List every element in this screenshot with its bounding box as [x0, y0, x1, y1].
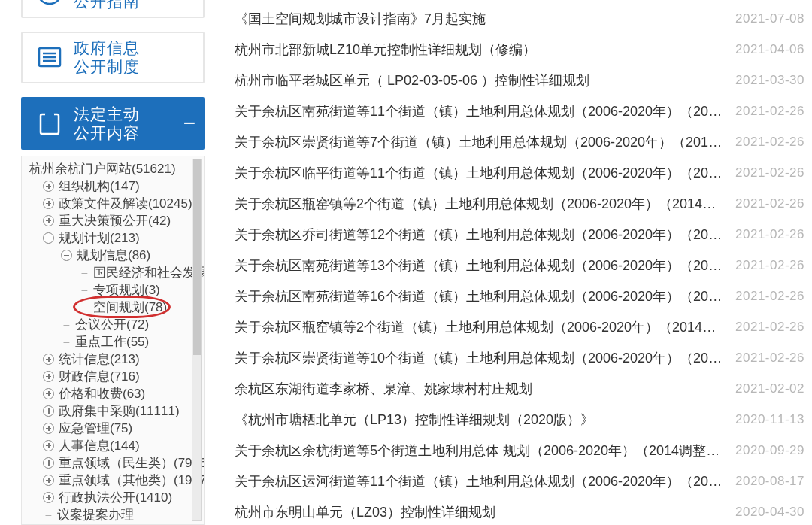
leaf-icon: –: [43, 506, 54, 523]
article-title: 关于余杭区崇贤街道等10个街道（镇）土地利用总体规划（2006-2020年）（2…: [235, 349, 735, 367]
tree-scrollbar[interactable]: [192, 159, 202, 521]
compass-icon: [33, 0, 66, 8]
tree-node[interactable]: –重点工作(55): [29, 333, 204, 351]
article-row[interactable]: 杭州市北部新城LZ10单元控制性详细规划（修编）2021-04-06: [235, 34, 804, 65]
tree-node-label: 统计信息(213): [59, 351, 140, 368]
article-row[interactable]: 《国土空间规划城市设计指南》7月起实施2021-07-08: [235, 3, 804, 34]
expand-icon[interactable]: [43, 475, 54, 486]
tree-node[interactable]: –会议公开(72): [29, 316, 204, 333]
card-label-l1: 政府信息: [74, 38, 140, 57]
tree-node-label: 国民经济和社会发展规: [93, 264, 205, 281]
expand-icon[interactable]: [43, 215, 54, 226]
article-title: 关于余杭区南苑街道等11个街道（镇）土地利用总体规划（2006-2020年）（2…: [235, 102, 735, 120]
tree-node-label: 专项规划(3): [93, 281, 160, 299]
svg-rect-6: [45, 112, 54, 117]
article-title: 关于余杭区南苑街道等16个街道（镇）土地利用总体规划（2006-2020年）（2…: [235, 287, 735, 305]
article-date: 2021-02-26: [735, 165, 804, 181]
tree-node-label: 政府集中采购(11111): [59, 402, 180, 420]
tree-node-label: 人事信息(144): [59, 437, 140, 454]
tree-node[interactable]: 重点领域（民生类）(7966): [29, 454, 204, 472]
expand-icon[interactable]: [43, 371, 54, 382]
article-date: 2021-02-26: [735, 227, 804, 242]
tree-node[interactable]: 人事信息(144): [29, 437, 204, 454]
article-date: 2020-08-17: [735, 474, 804, 489]
tree-node[interactable]: 政府集中采购(11111): [29, 402, 204, 420]
sidebar-card-statutory[interactable]: 法定主动 公开内容 −: [21, 97, 205, 150]
article-title: 关于余杭区余杭街道等5个街道土地利用总体 规划（2006-2020年）（2014…: [235, 442, 735, 460]
tree-node-label: 应急管理(75): [59, 420, 132, 437]
expand-icon[interactable]: [43, 492, 54, 503]
expand-icon[interactable]: [43, 181, 54, 192]
article-date: 2021-07-08: [735, 11, 804, 26]
tree-node[interactable]: 组织机构(147): [29, 178, 204, 195]
tree-node-label: 规划信息(86): [77, 247, 150, 264]
article-row[interactable]: 《杭州市塘栖北单元（LP13）控制性详细规划（2020版）》2020-11-13: [235, 404, 804, 435]
article-title: 《杭州市塘栖北单元（LP13）控制性详细规划（2020版）》: [235, 411, 735, 429]
expand-icon[interactable]: [43, 405, 54, 417]
tree-node-label: 政策文件及解读(10245): [59, 195, 192, 212]
article-row[interactable]: 关于余杭区瓶窑镇等2个街道（镇）土地利用总体规划（2006-2020年）（201…: [235, 311, 804, 342]
tree-node[interactable]: 政策文件及解读(10245): [29, 195, 204, 212]
article-row[interactable]: 余杭区东湖街道李家桥、泉漳、姚家埭村村庄规划2021-02-02: [235, 373, 804, 404]
article-row[interactable]: 关于余杭区运河街道等11个街道（镇）土地利用总体规划（2006-2020年）（2…: [235, 466, 804, 496]
article-date: 2020-11-13: [735, 412, 804, 427]
article-date: 2020-09-29: [735, 443, 804, 458]
article-title: 关于余杭区临平街道等11个街道（镇）土地利用总体规划（2006-2020年）（2…: [235, 164, 735, 182]
scrollbar-thumb[interactable]: [193, 159, 201, 355]
article-row[interactable]: 关于余杭区瓶窑镇等2个街道（镇）土地利用总体规划（2006-2020年）（201…: [235, 188, 804, 219]
expand-icon[interactable]: [43, 440, 54, 451]
article-date: 2021-02-26: [735, 196, 804, 211]
article-date: 2021-02-26: [735, 320, 804, 335]
clipboard-icon: [33, 107, 66, 140]
article-row[interactable]: 杭州市临平老城区单元（ LP02-03-05-06 ）控制性详细规划2021-0…: [235, 65, 804, 96]
article-date: 2021-02-26: [735, 258, 804, 273]
article-row[interactable]: 关于余杭区乔司街道等12个街道（镇）土地利用总体规划（2006-2020年）（2…: [235, 219, 804, 250]
tree-node[interactable]: –议案提案办理: [29, 506, 204, 523]
article-row[interactable]: 关于余杭区南苑街道等16个街道（镇）土地利用总体规划（2006-2020年）（2…: [235, 281, 804, 311]
tree-node-label: 规划计划(213): [59, 229, 140, 247]
article-row[interactable]: 关于余杭区余杭街道等5个街道土地利用总体 规划（2006-2020年）（2014…: [235, 435, 804, 466]
tree-node-label: 重点领域（民生类）(7966): [59, 454, 205, 472]
tree-node[interactable]: 应急管理(75): [29, 420, 204, 437]
sidebar-card-system[interactable]: 政府信息 公开制度: [21, 32, 205, 84]
expand-icon[interactable]: [43, 198, 54, 209]
collapse-icon[interactable]: −: [180, 114, 198, 132]
tree-node[interactable]: 规划计划(213): [29, 229, 204, 247]
article-date: 2021-02-26: [735, 135, 804, 150]
collapse-icon[interactable]: [43, 232, 54, 244]
sidebar-card-guide[interactable]: 政府信息 公开指南: [21, 0, 205, 18]
article-date: 2021-03-30: [735, 73, 804, 88]
article-title: 关于余杭区运河街道等11个街道（镇）土地利用总体规划（2006-2020年）（2…: [235, 472, 735, 490]
collapse-icon[interactable]: [61, 250, 72, 261]
leaf-icon: –: [79, 281, 90, 299]
leaf-icon: –: [79, 264, 90, 281]
article-row[interactable]: 关于余杭区临平街道等11个街道（镇）土地利用总体规划（2006-2020年）（2…: [235, 157, 804, 188]
tree-node[interactable]: 重点领域（其他类）(19276): [29, 472, 204, 489]
svg-point-0: [38, 0, 62, 4]
article-date: 2020-04-30: [735, 505, 804, 520]
tree-node[interactable]: –空间规划(78): [29, 299, 204, 316]
expand-icon[interactable]: [43, 423, 54, 434]
leaf-icon: –: [61, 333, 72, 351]
tree-node[interactable]: 行政执法公开(1410): [29, 489, 204, 506]
article-row[interactable]: 关于余杭区南苑街道等11个街道（镇）土地利用总体规划（2006-2020年）（2…: [235, 96, 804, 126]
expand-icon[interactable]: [43, 354, 54, 365]
tree-node[interactable]: 财政信息(716): [29, 368, 204, 385]
article-title: 杭州市北部新城LZ10单元控制性详细规划（修编）: [235, 41, 735, 59]
tree-node[interactable]: 统计信息(213): [29, 351, 204, 368]
card-label-l1: 法定主动: [74, 105, 140, 123]
tree-root[interactable]: 杭州余杭门户网站(51621): [29, 160, 204, 178]
tree-node[interactable]: 规划信息(86): [29, 247, 204, 264]
tree-node[interactable]: –专项规划(3): [29, 281, 204, 299]
tree-node[interactable]: 价格和收费(63): [29, 385, 204, 402]
tree-node[interactable]: –国民经济和社会发展规: [29, 264, 204, 281]
category-tree: 杭州余杭门户网站(51621)组织机构(147)政策文件及解读(10245)重大…: [21, 156, 205, 525]
card-label-l2: 公开内容: [74, 123, 140, 142]
expand-icon[interactable]: [43, 457, 54, 469]
article-row[interactable]: 关于余杭区南苑街道等13个街道（镇）土地利用总体规划（2006-2020年）（2…: [235, 250, 804, 281]
article-row[interactable]: 关于余杭区崇贤街道等10个街道（镇）土地利用总体规划（2006-2020年）（2…: [235, 342, 804, 373]
article-row[interactable]: 杭州市东明山单元（LZ03）控制性详细规划2020-04-30: [235, 496, 804, 525]
article-row[interactable]: 关于余杭区崇贤街道等7个街道（镇）土地利用总体规划（2006-2020年）（20…: [235, 126, 804, 157]
expand-icon[interactable]: [43, 388, 54, 399]
tree-node[interactable]: 重大决策预公开(42): [29, 212, 204, 229]
